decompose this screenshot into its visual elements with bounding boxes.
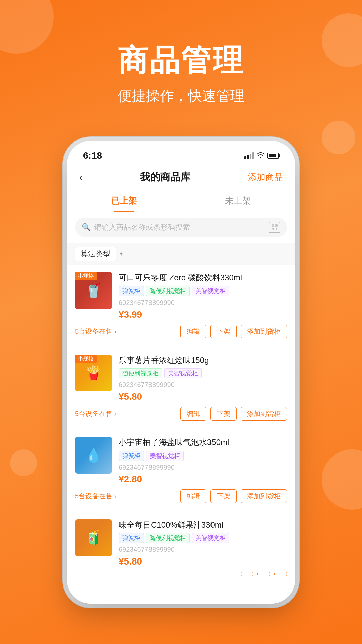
svg-rect-4 [276,225,277,226]
product-image-wrapper: 小规格 🥤 [75,272,112,323]
page-title: 商品管理 [0,40,362,81]
product-footer: 5台设备在售 › 编辑下架添加到货柜 [75,407,287,421]
status-time: 6:18 [83,150,102,161]
product-action-button[interactable] [241,572,253,576]
product-action-button[interactable]: 添加到货柜 [241,325,287,338]
product-tag: 随便利视觉柜 [146,286,190,296]
signal-bar-2 [247,155,249,159]
product-sku: 692346778899990 [119,546,287,553]
product-name: 味全每日C100%鲜果汁330ml [119,519,287,531]
product-tag: 美智视觉柜 [146,451,184,461]
header-section: 商品管理 便捷操作，快速管理 [0,0,362,125]
signal-bar-1 [244,156,246,159]
tabs-container: 已上架 未上架 [67,190,295,212]
product-badge: 小规格 [75,355,97,363]
tag-row: 弹簧柜随便利视觉柜美智视觉柜 [119,286,287,296]
filter-arrow-icon: ▼ [119,251,124,257]
battery-fill [269,154,276,157]
product-image-wrapper: 🧃 [75,519,112,571]
add-product-button[interactable]: 添加商品 [248,171,283,183]
tag-row: 随便利视觉柜美智视觉柜 [119,368,287,378]
product-inner: 💧 小宇宙柚子海盐味气泡水350ml 弹簧柜美智视觉柜 692346778899… [75,437,287,488]
bg-decor-circle-3 [322,121,355,154]
product-item: 小规格 🥤 可口可乐零度 Zero 碳酸饮料330ml 弹簧柜随便利视觉柜美智视… [67,265,295,345]
nav-bar: ‹ 我的商品库 添加商品 [67,165,295,190]
product-action-button[interactable]: 下架 [210,407,237,421]
product-sku: 692346778899990 [119,381,287,389]
product-footer: 5台设备在售 › 编辑下架添加到货柜 [75,489,287,503]
devices-count: 5台设备在售 › [75,327,116,336]
product-price: ¥3.99 [119,309,287,320]
phone-mockup: 6:18 [67,141,295,604]
product-price: ¥5.80 [119,556,287,567]
product-action-button[interactable]: 编辑 [180,489,206,503]
product-info: 味全每日C100%鲜果汁330ml 弹簧柜随便利视觉柜美智视觉柜 6923467… [119,519,287,571]
product-action-button[interactable] [274,572,287,576]
product-inner: 小规格 🥤 可口可乐零度 Zero 碳酸饮料330ml 弹簧柜随便利视觉柜美智视… [75,272,287,323]
status-icons [244,151,279,160]
page-subtitle: 便捷操作，快速管理 [0,87,362,105]
nav-title: 我的商品库 [140,170,190,184]
product-sku: 692346778899990 [119,299,287,307]
tag-row: 弹簧柜随便利视觉柜美智视觉柜 [119,533,287,543]
signal-icon [244,152,254,159]
signal-bar-3 [250,154,251,159]
battery-icon [267,153,279,159]
bg-decor-circle-4 [322,449,362,510]
action-buttons [241,572,287,576]
product-item: 🧃 味全每日C100%鲜果汁330ml 弹簧柜随便利视觉柜美智视觉柜 69234… [67,513,295,583]
search-container: 🔍 请输入商品名称或条形码搜索 [67,212,295,243]
product-tag: 弹簧柜 [119,451,144,461]
tag-row: 弹簧柜美智视觉柜 [119,451,287,461]
product-image: 🧃 [75,519,112,556]
action-buttons: 编辑下架添加到货柜 [180,407,287,421]
search-bar[interactable]: 🔍 请输入商品名称或条形码搜索 [75,218,287,237]
search-input[interactable]: 请输入商品名称或条形码搜索 [94,222,265,232]
filter-bar: 算法类型 ▼ [67,243,295,265]
product-image-wrapper: 💧 [75,437,112,488]
signal-bar-4 [252,152,254,159]
back-button[interactable]: ‹ [79,171,83,183]
devices-count: 5台设备在售 › [75,492,116,501]
product-tag: 随便利视觉柜 [146,533,190,543]
tab-unlisted[interactable]: 未上架 [181,190,295,212]
product-tag: 美智视觉柜 [164,368,202,378]
product-tag: 美智视觉柜 [192,286,229,296]
product-tag: 弹簧柜 [119,286,144,296]
status-bar: 6:18 [67,141,295,165]
product-action-button[interactable] [257,572,270,576]
product-action-button[interactable]: 下架 [210,325,237,338]
wifi-icon [257,151,265,160]
tab-listed[interactable]: 已上架 [67,190,181,212]
product-sku: 692346778899990 [119,464,287,471]
product-price: ¥2.80 [119,474,287,485]
product-image: 💧 [75,437,112,474]
product-tag: 随便利视觉柜 [119,368,162,378]
product-image-wrapper: 小规格 🍟 [75,355,112,406]
product-tag: 弹簧柜 [119,533,144,543]
product-list: 小规格 🥤 可口可乐零度 Zero 碳酸饮料330ml 弹簧柜随便利视觉柜美智视… [67,265,295,586]
product-inner: 🧃 味全每日C100%鲜果汁330ml 弹簧柜随便利视觉柜美智视觉柜 69234… [75,519,287,571]
product-name: 乐事薯片香浓红烩味150g [119,355,287,366]
product-item: 小规格 🍟 乐事薯片香浓红烩味150g 随便利视觉柜美智视觉柜 69234677… [67,348,295,428]
devices-count: 5台设备在售 › [75,409,116,418]
product-info: 可口可乐零度 Zero 碳酸饮料330ml 弹簧柜随便利视觉柜美智视觉柜 692… [119,272,287,323]
svg-rect-5 [273,229,273,230]
product-action-button[interactable]: 下架 [210,489,237,503]
product-action-button[interactable]: 编辑 [180,325,206,338]
scan-icon[interactable] [269,222,280,233]
product-footer [75,572,287,576]
filter-label[interactable]: 算法类型 [75,247,116,261]
product-info: 乐事薯片香浓红烩味150g 随便利视觉柜美智视觉柜 69234677889999… [119,355,287,406]
phone-shell: 6:18 [67,141,295,604]
product-inner: 小规格 🍟 乐事薯片香浓红烩味150g 随便利视觉柜美智视觉柜 69234677… [75,355,287,406]
product-footer: 5台设备在售 › 编辑下架添加到货柜 [75,325,287,338]
product-name: 小宇宙柚子海盐味气泡水350ml [119,437,287,448]
product-tag: 美智视觉柜 [192,533,229,543]
action-buttons: 编辑下架添加到货柜 [180,325,287,338]
search-icon: 🔍 [82,223,91,232]
product-action-button[interactable]: 添加到货柜 [241,489,287,503]
product-action-button[interactable]: 编辑 [180,407,206,421]
product-action-button[interactable]: 添加到货柜 [241,407,287,421]
svg-rect-3 [273,225,273,226]
